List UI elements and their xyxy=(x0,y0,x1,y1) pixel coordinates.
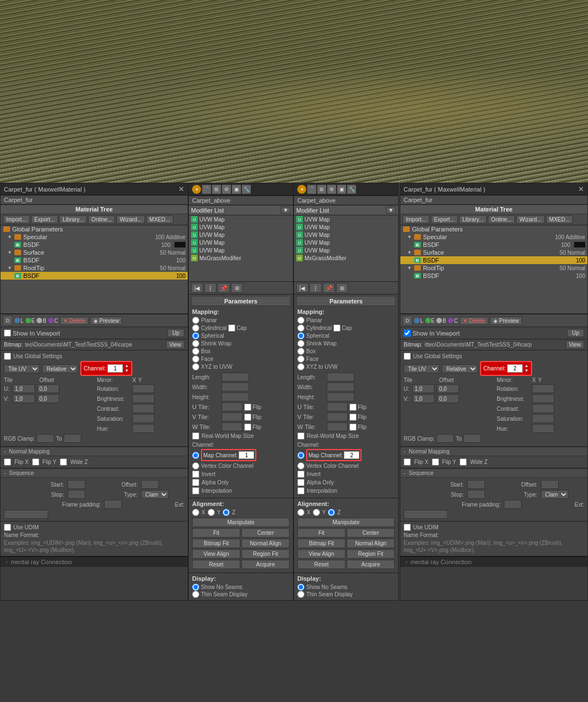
thin-seam-l[interactable] xyxy=(192,591,199,598)
modifier-uvwmap-3[interactable]: U UVW Map xyxy=(189,231,293,239)
align-y-r[interactable] xyxy=(313,509,320,516)
manipulate-btn-l[interactable]: Manipulate xyxy=(192,518,290,527)
channel-up-r[interactable]: ▲ xyxy=(524,364,529,368)
wtile-l[interactable]: 1,0 xyxy=(221,422,243,431)
show-no-seams-l[interactable] xyxy=(192,584,199,591)
online-btn-r[interactable]: Online... xyxy=(488,215,515,224)
cap-check-l[interactable] xyxy=(228,324,235,332)
radio-spherical-l[interactable] xyxy=(192,332,199,339)
brightness-input-left[interactable]: 0,0 xyxy=(132,394,154,403)
rgb-to-right[interactable]: 210 xyxy=(463,434,481,443)
u-flip-r[interactable] xyxy=(349,404,357,411)
online-btn[interactable]: Online... xyxy=(88,215,115,224)
modifier-mxgrass-r[interactable]: M MxGrassModifier xyxy=(294,254,398,262)
radio-face-r[interactable] xyxy=(297,355,305,363)
interpolation-check-l[interactable] xyxy=(192,487,199,494)
u-tile-input[interactable] xyxy=(13,384,35,393)
tree-item-bsdf3-r[interactable]: B BSDF 100 xyxy=(400,272,587,280)
map-channel-radio-l[interactable] xyxy=(192,452,199,459)
align-y-l[interactable] xyxy=(208,509,215,516)
modifier-uvwmap-r2[interactable]: U UVW Map xyxy=(294,223,398,231)
u-offset-input[interactable] xyxy=(37,384,59,393)
library-btn-r[interactable]: Library... xyxy=(459,215,487,224)
radio-box-r[interactable] xyxy=(297,348,305,355)
acquire-btn-r[interactable]: Acquire xyxy=(347,560,395,569)
radio-shrink-r[interactable] xyxy=(297,340,305,347)
alpha-only-check-r[interactable] xyxy=(297,479,305,486)
mod-prev-btn-r[interactable]: |◀ xyxy=(296,283,308,293)
thin-seam-r[interactable] xyxy=(297,591,305,598)
export-btn-r[interactable]: Export... xyxy=(431,215,458,224)
seq-type-left[interactable]: Clamp xyxy=(141,490,169,499)
d-btn[interactable]: D xyxy=(3,316,13,326)
modifier-uvwmap-1[interactable]: U UVW Map xyxy=(189,215,293,223)
rotation-input-right[interactable]: 0,0 xyxy=(532,384,554,393)
up-btn[interactable]: Up xyxy=(167,329,184,337)
normal-align-btn-r[interactable]: Normal Align xyxy=(347,539,395,548)
tree-item-specular[interactable]: ▼ Specular 100 Additive xyxy=(1,233,188,241)
seq-stop-left[interactable]: 100 xyxy=(68,490,85,499)
u-tile-input-r[interactable] xyxy=(412,384,435,393)
view-btn-r[interactable]: View xyxy=(566,340,585,349)
seq-offset-right[interactable]: 0 xyxy=(541,480,559,489)
tree-item-global-r[interactable]: Global Parameters xyxy=(400,225,587,233)
seq-start-left[interactable]: 0 xyxy=(68,480,85,489)
wide-z-check-r[interactable] xyxy=(460,458,467,466)
seq-ext-left[interactable]: name#.ext xyxy=(4,510,48,519)
modifier-uvwmap-r1[interactable]: U UVW Map xyxy=(294,215,398,223)
vertex-color-radio-r[interactable] xyxy=(297,462,305,469)
invert-check-l[interactable] xyxy=(192,471,199,478)
right-panel-close[interactable]: ✕ xyxy=(578,185,584,193)
center-btn-r[interactable]: Center xyxy=(347,528,395,538)
seq-framepadding-right[interactable]: 0 xyxy=(504,500,522,509)
channel-input-right[interactable] xyxy=(507,364,523,373)
radio-planar-l[interactable] xyxy=(192,317,199,324)
normal-align-btn-l[interactable]: Normal Align xyxy=(241,539,290,548)
modifier-list-dropdown[interactable]: ▼ xyxy=(281,207,291,214)
tree-item-specular-r[interactable]: ▼ Specular 100 Additive xyxy=(400,233,587,241)
seq-framepadding-left[interactable]: 0 xyxy=(104,500,122,509)
radio-spherical-r[interactable] xyxy=(297,332,305,339)
radio-box-l[interactable] xyxy=(192,348,199,355)
w-flip-r[interactable] xyxy=(349,424,357,431)
align-x-l[interactable] xyxy=(192,509,199,516)
alpha-only-check-l[interactable] xyxy=(192,479,199,486)
mxed-btn[interactable]: MXED... xyxy=(146,215,173,224)
reset-btn-l[interactable]: Reset xyxy=(192,560,240,569)
mod-pipe-btn[interactable]: | xyxy=(204,283,216,293)
modifier-list-dropdown-r[interactable]: ▼ xyxy=(386,207,396,214)
tree-item-roottip-r[interactable]: ▼ RootTip 50 Normal xyxy=(400,264,587,272)
export-btn[interactable]: Export... xyxy=(31,215,58,224)
up-btn-r[interactable]: Up xyxy=(567,329,584,337)
import-btn[interactable]: Import... xyxy=(3,215,30,224)
v-offset-input-r[interactable] xyxy=(437,394,459,403)
modifier-mxgrass[interactable]: M MxGrassModifier xyxy=(189,254,293,262)
v-flip-l[interactable] xyxy=(244,414,251,421)
vertex-color-radio-l[interactable] xyxy=(192,462,199,469)
mod-pin-btn[interactable]: 📌 xyxy=(218,283,230,293)
delete-btn[interactable]: ✕ Delete xyxy=(60,317,89,325)
radio-xyz-r[interactable] xyxy=(297,363,305,370)
align-z-r[interactable] xyxy=(328,509,335,516)
rgb-from-left[interactable]: 0 xyxy=(37,434,54,443)
show-no-seams-r[interactable] xyxy=(297,584,305,591)
seq-stop-right[interactable]: 100 xyxy=(467,490,485,499)
wizard-btn-r[interactable]: Wizard... xyxy=(516,215,544,224)
show-viewport-check-r[interactable] xyxy=(404,329,411,337)
radio-cyl-l[interactable] xyxy=(192,324,199,332)
bitmap-fit-btn-l[interactable]: Bitmap Fit xyxy=(192,539,240,548)
library-btn[interactable]: Library... xyxy=(59,215,87,224)
mod-grid-btn[interactable]: ⊞ xyxy=(231,283,243,293)
use-global-check-r[interactable] xyxy=(404,353,411,360)
tree-item-bsdf2[interactable]: B BSDF 100 xyxy=(1,256,188,264)
cap-check-r[interactable] xyxy=(333,324,341,332)
real-world-check-r[interactable] xyxy=(297,432,305,440)
channel-up[interactable]: ▲ xyxy=(125,364,129,368)
flip-x-check-r[interactable] xyxy=(404,458,411,466)
hue-input-right[interactable]: 0,0 xyxy=(532,424,554,433)
tree-item-surface[interactable]: ▼ Surface 50 Normal xyxy=(1,249,188,256)
brightness-input-right[interactable]: 10,0 xyxy=(532,394,554,403)
channel-input-left[interactable] xyxy=(107,364,123,373)
height-input-r[interactable]: 1,332cm xyxy=(327,393,354,401)
u-offset-input-r[interactable] xyxy=(437,384,459,393)
